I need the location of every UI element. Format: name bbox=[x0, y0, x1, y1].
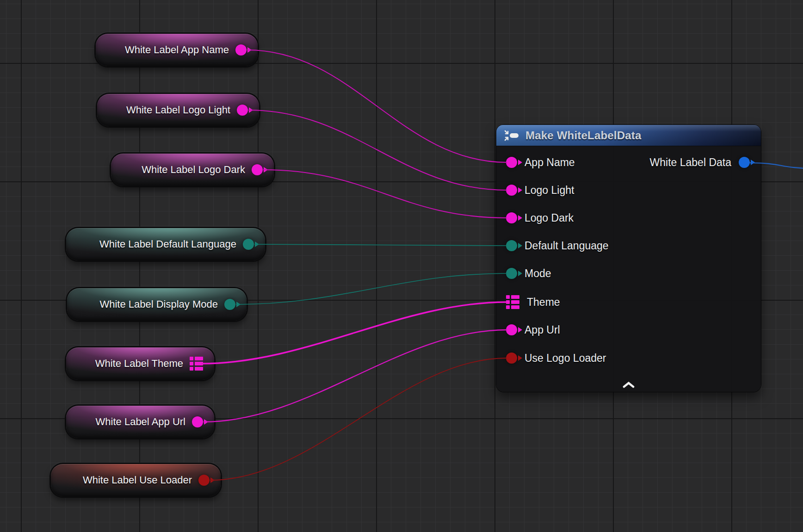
output-pin-label: White Label Data bbox=[650, 157, 731, 168]
input-pin-label: App Name bbox=[525, 157, 575, 168]
wire-theme[interactable] bbox=[201, 302, 507, 364]
make-node[interactable]: Make WhiteLabelData App NameLogo LightLo… bbox=[496, 125, 761, 392]
variable-node-label: White Label Theme bbox=[95, 359, 183, 369]
variable-node-white-label-logo-light[interactable]: White Label Logo Light bbox=[97, 94, 259, 126]
variable-node-white-label-theme[interactable]: White Label Theme bbox=[66, 347, 214, 380]
input-pin-label: Mode bbox=[525, 268, 551, 279]
variable-node-white-label-display-mode[interactable]: White Label Display Mode bbox=[67, 288, 247, 321]
input-pin-row-logo-light: Logo Light bbox=[506, 183, 574, 198]
wire-default-language[interactable] bbox=[254, 244, 507, 246]
variable-node-white-label-logo-dark[interactable]: White Label Logo Dark bbox=[111, 154, 274, 186]
wire-use-loader[interactable] bbox=[210, 358, 507, 480]
make-struct-icon bbox=[503, 129, 520, 142]
pin-icon-output-4[interactable] bbox=[224, 299, 235, 310]
wire-display-mode[interactable] bbox=[236, 273, 507, 304]
struct-grid-pin-icon-input-5[interactable] bbox=[506, 295, 519, 309]
input-pin-label: App Url bbox=[525, 325, 560, 335]
pin-icon-output-3[interactable] bbox=[243, 239, 254, 250]
input-pin-row-theme: Theme bbox=[506, 295, 560, 309]
wire-app-url[interactable] bbox=[204, 330, 507, 422]
make-node-header[interactable]: Make WhiteLabelData bbox=[496, 125, 761, 146]
pin-icon-input-7[interactable] bbox=[506, 353, 517, 364]
input-pin-row-default-language: Default Language bbox=[506, 238, 609, 253]
blueprint-canvas[interactable]: White Label App NameWhite Label Logo Lig… bbox=[0, 0, 803, 532]
variable-node-white-label-default-language[interactable]: White Label Default Language bbox=[66, 228, 265, 260]
chevron-up-icon bbox=[623, 382, 635, 388]
input-pin-label: Default Language bbox=[525, 241, 609, 251]
pin-icon-input-1[interactable] bbox=[506, 185, 517, 196]
wire-logo-dark[interactable] bbox=[263, 170, 507, 218]
pin-icon-output-2[interactable] bbox=[252, 164, 263, 175]
variable-node-label: White Label Display Mode bbox=[99, 299, 218, 309]
variable-node-white-label-app-name[interactable]: White Label App Name bbox=[96, 34, 258, 66]
input-pin-label: Logo Light bbox=[525, 185, 574, 196]
wire-app-name[interactable] bbox=[247, 50, 507, 162]
input-pin-row-mode: Mode bbox=[506, 266, 551, 281]
variable-node-label: White Label App Url bbox=[96, 417, 185, 427]
pin-icon-input-3[interactable] bbox=[506, 240, 517, 251]
pin-icon-output-0[interactable] bbox=[235, 44, 247, 56]
input-pin-row-logo-dark: Logo Dark bbox=[506, 210, 574, 225]
variable-node-label: White Label Logo Light bbox=[126, 105, 230, 115]
pin-icon-output-6[interactable] bbox=[192, 416, 203, 427]
variable-node-white-label-use-loader[interactable]: White Label Use Loader bbox=[51, 464, 221, 496]
pin-icon-output-main[interactable] bbox=[739, 157, 750, 168]
variable-node-label: White Label Use Loader bbox=[83, 475, 192, 485]
pin-icon-input-4[interactable] bbox=[506, 268, 517, 279]
input-pin-label: Use Logo Loader bbox=[525, 353, 606, 364]
make-node-title: Make WhiteLabelData bbox=[525, 129, 642, 142]
output-pin-row: White Label Data bbox=[650, 155, 750, 170]
input-pin-row-app-name: App Name bbox=[506, 155, 575, 170]
input-pin-label: Theme bbox=[527, 297, 560, 308]
variable-node-label: White Label Default Language bbox=[99, 239, 236, 249]
variable-node-label: White Label Logo Dark bbox=[142, 165, 245, 175]
pin-icon-output-7[interactable] bbox=[198, 475, 210, 486]
variable-node-white-label-app-url[interactable]: White Label App Url bbox=[66, 406, 214, 438]
wire-logo-light[interactable] bbox=[248, 110, 507, 190]
pin-icon-input-6[interactable] bbox=[506, 324, 517, 335]
pin-icon-output-1[interactable] bbox=[237, 105, 248, 116]
collapse-node-button[interactable] bbox=[622, 381, 635, 389]
pin-icon-input-0[interactable] bbox=[506, 157, 517, 168]
input-pin-row-app-url: App Url bbox=[506, 322, 560, 337]
struct-grid-pin-icon-output-5[interactable] bbox=[190, 357, 203, 371]
input-pin-row-use-logo-loader: Use Logo Loader bbox=[506, 351, 606, 365]
pin-icon-input-2[interactable] bbox=[506, 212, 517, 223]
variable-node-label: White Label App Name bbox=[125, 45, 229, 55]
input-pin-label: Logo Dark bbox=[525, 213, 574, 223]
